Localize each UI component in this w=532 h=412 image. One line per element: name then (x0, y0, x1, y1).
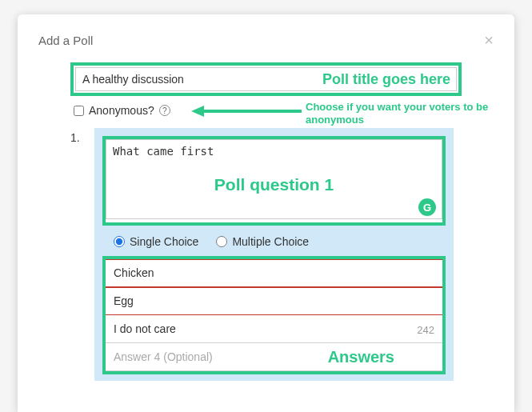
choice-type-row: Single Choice Multiple Choice (102, 235, 446, 256)
answers-highlight: 242 Answers (102, 256, 446, 374)
poll-title-input[interactable] (75, 67, 457, 91)
annotation-arrow-icon (190, 102, 305, 120)
answer-input-2[interactable] (106, 287, 442, 315)
answer-row (106, 343, 442, 371)
question-row: 1. Poll question 1 G Single Choice Multi… (70, 128, 494, 381)
modal-title: Add a Poll (38, 34, 93, 47)
single-choice-option[interactable]: Single Choice (114, 235, 198, 248)
multiple-choice-option[interactable]: Multiple Choice (216, 235, 309, 248)
answer-input-4[interactable] (106, 343, 442, 371)
poll-title-highlight: Poll title goes here (70, 62, 462, 96)
add-poll-modal: Add a Poll × Poll title goes here Anonym… (18, 14, 514, 412)
anonymous-row: Anonymous? ? Choose if you want your vot… (74, 104, 494, 117)
background-blur (0, 0, 532, 6)
question-text-input[interactable] (106, 139, 442, 219)
char-count: 242 (417, 323, 434, 335)
svg-marker-1 (191, 106, 204, 117)
grammarly-icon[interactable]: G (418, 198, 436, 216)
anonymous-label: Anonymous? (89, 104, 154, 117)
multiple-choice-radio[interactable] (216, 236, 227, 247)
single-choice-radio[interactable] (114, 236, 125, 247)
answer-row (106, 259, 442, 287)
answer-row (106, 287, 442, 315)
question-container: Poll question 1 G Single Choice Multiple… (94, 128, 454, 381)
answer-input-3[interactable] (106, 315, 442, 343)
question-number: 1. (70, 128, 85, 381)
help-icon[interactable]: ? (159, 105, 170, 116)
annotation-anonymous: Choose if you want your voters to be ano… (306, 101, 494, 127)
modal-header: Add a Poll × (38, 32, 494, 48)
anonymous-checkbox[interactable] (74, 106, 84, 116)
close-button[interactable]: × (484, 32, 494, 48)
answer-row: 242 (106, 315, 442, 343)
multiple-choice-label: Multiple Choice (232, 235, 309, 248)
single-choice-label: Single Choice (130, 235, 198, 248)
answer-input-1[interactable] (106, 259, 442, 287)
question-text-highlight: Poll question 1 G (102, 136, 446, 226)
